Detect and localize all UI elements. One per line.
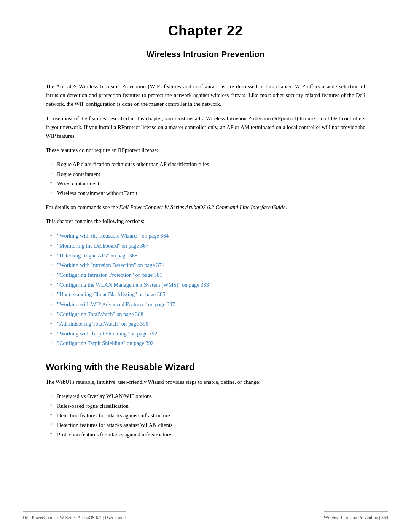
chapter-subtitle: Wireless Intrusion Prevention bbox=[46, 50, 365, 59]
list-item[interactable]: "Configuring TotalWatch" on page 388 bbox=[46, 310, 365, 319]
list-item[interactable]: "Administering TotalWatch" on page 390 bbox=[46, 319, 365, 329]
list-item: Rogue containment bbox=[46, 170, 365, 179]
list-item[interactable]: "Configuring Tarpit Shielding" on page 3… bbox=[46, 339, 365, 348]
list-item: Wired containment bbox=[46, 179, 365, 188]
list-item[interactable]: "Working with WIP Advanced Features" on … bbox=[46, 300, 365, 309]
footer-left-text: Dell PowerConnect W-Series ArubaOS 6.2 |… bbox=[23, 515, 126, 520]
footer-left: Dell PowerConnect W-Series ArubaOS 6.2 |… bbox=[23, 511, 126, 521]
list-item: Protection features for attacks against … bbox=[46, 430, 365, 439]
list-item: Detection features for attacks against i… bbox=[46, 411, 365, 420]
list-item[interactable]: "Monitoring the Dashboard" on page 367 bbox=[46, 241, 365, 251]
intro-paragraph-2: To use most of the features described in… bbox=[46, 114, 365, 141]
footer-right-text: Wireless Intrusion Prevention | 364 bbox=[324, 515, 388, 520]
list-item: Integrated vs Overlay WLAN/WIP options bbox=[46, 392, 365, 401]
list-item: Detection features for attacks against W… bbox=[46, 421, 365, 430]
cli-reference-end: . bbox=[285, 204, 287, 210]
page: Chapter 22 Wireless Intrusion Prevention… bbox=[0, 0, 411, 532]
chapter-title: Chapter 22 bbox=[46, 23, 365, 39]
list-item[interactable]: "Detecting Rogue APs" on page 368 bbox=[46, 251, 365, 260]
wizard-section-heading: Working with the Reusable Wizard bbox=[46, 362, 365, 372]
toc-link-list: "Working with the Reusable Wizard " on p… bbox=[46, 231, 365, 348]
intro-paragraph-1: The ArubaOS Wireless Intrusion Preventio… bbox=[46, 82, 365, 109]
list-item[interactable]: "Configuring Intrusion Protection" on pa… bbox=[46, 270, 365, 280]
page-footer: Dell PowerConnect W-Series ArubaOS 6.2 |… bbox=[0, 511, 411, 521]
list-item[interactable]: "Working with Intrusion Detection" on pa… bbox=[46, 260, 365, 270]
list-item: Rogue AP classification techniques other… bbox=[46, 160, 365, 169]
list-item[interactable]: "Working with the Reusable Wizard " on p… bbox=[46, 231, 365, 241]
wizard-intro: The WebUI's reusable, intuitive, user-fr… bbox=[46, 378, 365, 387]
cli-reference-italic: Dell PowerConnect W-Series ArubaOS 6.2 C… bbox=[119, 204, 285, 210]
footer-right: Wireless Intrusion Prevention | 364 bbox=[324, 511, 388, 521]
intro-paragraph-3: These features do not require an RFprote… bbox=[46, 146, 365, 155]
cli-reference-paragraph: For details on commands see the Dell Pow… bbox=[46, 203, 365, 212]
wizard-feature-list: Integrated vs Overlay WLAN/WIP options R… bbox=[46, 392, 365, 439]
no-license-feature-list: Rogue AP classification techniques other… bbox=[46, 160, 365, 198]
cli-reference-prefix: For details on commands see the bbox=[46, 204, 119, 210]
list-item: Wireless containment without Tarpit bbox=[46, 189, 365, 198]
list-item[interactable]: "Understanding Client Blacklisting" on p… bbox=[46, 290, 365, 299]
list-item: Rules-based rogue classification bbox=[46, 402, 365, 411]
sections-intro: This chapter contains the following sect… bbox=[46, 217, 365, 226]
list-item[interactable]: "Configuring the WLAN Management System … bbox=[46, 280, 365, 290]
list-item[interactable]: "Working with Tarpit Shielding" on page … bbox=[46, 329, 365, 339]
